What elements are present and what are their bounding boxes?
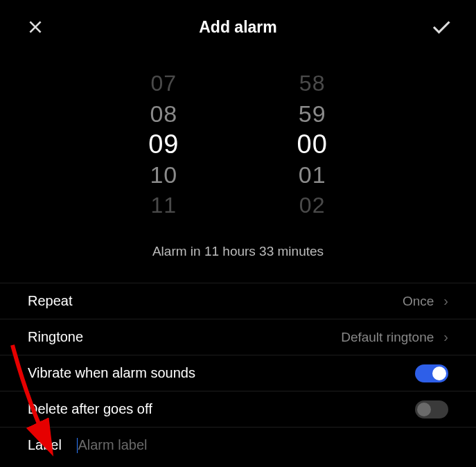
ringtone-value-group: Default ringtone › [341, 329, 448, 345]
hour-option[interactable]: 07 [151, 68, 177, 98]
minute-selected[interactable]: 00 [297, 129, 328, 159]
chevron-right-icon: › [443, 329, 448, 345]
delete-after-row: Delete after goes off [0, 391, 476, 427]
check-icon[interactable] [430, 17, 451, 37]
time-picker[interactable]: 07 08 09 10 11 58 59 00 01 02 [0, 68, 476, 220]
minute-option[interactable]: 01 [299, 159, 326, 190]
label-field-label: Label [28, 437, 62, 453]
repeat-label: Repeat [28, 293, 73, 309]
minute-option[interactable]: 59 [299, 98, 326, 129]
close-icon[interactable] [25, 17, 46, 37]
minute-option[interactable]: 58 [299, 68, 326, 98]
label-row[interactable]: Label Alarm label [0, 427, 476, 463]
page-title: Add alarm [199, 18, 276, 37]
ringtone-value: Default ringtone [341, 330, 434, 345]
repeat-value-group: Once › [403, 293, 448, 309]
minute-picker[interactable]: 58 59 00 01 02 [297, 68, 328, 220]
chevron-right-icon: › [443, 293, 448, 309]
vibrate-label: Vibrate when alarm sounds [28, 365, 195, 381]
label-input[interactable]: Alarm label [77, 437, 148, 453]
vibrate-toggle[interactable] [415, 364, 448, 382]
delete-after-toggle[interactable] [415, 400, 448, 418]
ringtone-row[interactable]: Ringtone Default ringtone › [0, 319, 476, 355]
vibrate-row: Vibrate when alarm sounds [0, 355, 476, 391]
minute-option[interactable]: 02 [299, 190, 326, 220]
header: Add alarm [0, 0, 476, 42]
repeat-row[interactable]: Repeat Once › [0, 283, 476, 319]
hour-selected[interactable]: 09 [148, 129, 179, 159]
hour-option[interactable]: 10 [150, 159, 177, 190]
toggle-knob [417, 403, 431, 416]
hour-option[interactable]: 08 [150, 98, 177, 129]
label-placeholder: Alarm label [78, 437, 147, 453]
hour-picker[interactable]: 07 08 09 10 11 [148, 68, 179, 220]
toggle-knob [432, 367, 446, 380]
hour-option[interactable]: 11 [151, 190, 177, 220]
delete-after-label: Delete after goes off [28, 401, 152, 417]
alarm-status-text: Alarm in 11 hours 33 minutes [0, 244, 476, 259]
repeat-value: Once [403, 294, 434, 309]
ringtone-label: Ringtone [28, 329, 83, 345]
settings-list: Repeat Once › Ringtone Default ringtone … [0, 283, 476, 463]
